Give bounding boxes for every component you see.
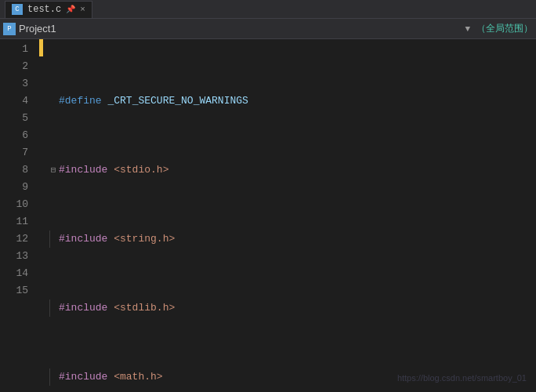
code-line-4: #include <stdlib.h> [49,299,536,317]
tab-label: test.c [27,4,61,15]
include-keyword-2: #include [59,162,114,179]
define-keyword: #define [59,93,107,110]
line-num-1: 1 [0,41,33,58]
line-num-7: 7 [0,144,33,162]
include-path-3: <string.h> [114,230,175,248]
line-num-13: 13 [0,248,33,265]
line-num-9: 9 [0,179,33,196]
define-macro-name: _CRT_SECURE_NO_WARNINGS [107,93,248,110]
title-bar: C test.c 📌 × [0,0,536,19]
line-numbers: 1 2 3 4 5 6 7 8 9 10 11 12 13 14 15 [0,39,39,392]
scope-label: （全局范围） [476,22,533,35]
collapse-icon-2[interactable]: ⊟ [49,162,57,179]
project-name: Project1 [19,23,462,34]
code-line-5: #include <math.h> [49,368,536,386]
code-content: #define _CRT_SECURE_NO_WARNINGS ⊟ #inclu… [43,39,536,392]
pin-icon[interactable]: 📌 [66,5,75,14]
line-num-11: 11 [0,213,33,230]
include-keyword-5: #include [59,368,114,386]
line-num-4: 4 [0,93,33,110]
file-icon: C [12,4,23,15]
code-line-2: ⊟ #include <stdio.h> [49,162,536,179]
close-icon[interactable]: × [80,5,85,14]
code-line-1: #define _CRT_SECURE_NO_WARNINGS [49,93,536,110]
line-num-12: 12 [0,230,33,248]
line-num-5: 5 [0,110,33,127]
dropdown-icon[interactable]: ▼ [465,24,470,34]
line-num-6: 6 [0,127,33,144]
include-path-4: <stdlib.h> [114,299,175,317]
line-num-2: 2 [0,58,33,75]
include-path-2: <stdio.h> [114,162,168,179]
code-line-3: #include <string.h> [49,230,536,248]
line-num-15: 15 [0,282,33,299]
project-bar: P Project1 ▼ （全局范围） [0,19,536,39]
include-path-5: <math.h> [114,368,162,386]
line-num-10: 10 [0,196,33,213]
include-keyword-4: #include [59,299,114,317]
line-num-8: 8 [0,162,33,179]
editor-area: 1 2 3 4 5 6 7 8 9 10 11 12 13 14 15 [0,39,536,392]
include-keyword-3: #include [59,230,114,248]
line-num-14: 14 [0,265,33,282]
file-tab[interactable]: C test.c 📌 × [5,1,92,18]
line-num-3: 3 [0,75,33,93]
project-icon: P [3,23,16,35]
